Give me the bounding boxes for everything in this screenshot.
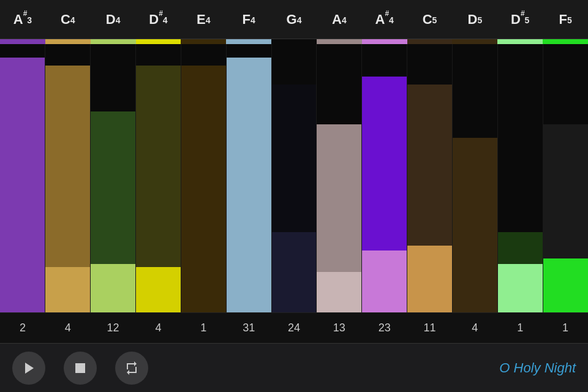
bar-segment-a4s-0	[362, 77, 407, 251]
bar-segment-f5-0	[543, 124, 588, 258]
note-sharp: #	[23, 9, 28, 18]
note-octave: 4	[389, 15, 394, 25]
bar-segment-f5-1	[543, 258, 588, 312]
count-cell-d5: 4	[452, 322, 497, 334]
strip-cell-c5	[407, 39, 453, 44]
bar-segment-d4s-1	[136, 267, 181, 312]
color-strip	[0, 39, 588, 44]
note-cell-d4: D4	[91, 0, 136, 39]
app: A#3C4D4D#4E4F4G4A4A#4C5D5D#5F5 241241312…	[0, 0, 588, 392]
bar-column-d5	[453, 44, 498, 312]
count-cell-a4: 13	[317, 322, 362, 334]
bar-column-g4	[272, 44, 317, 312]
bar-segment-g4-0	[272, 85, 317, 232]
note-octave: 5	[477, 15, 482, 25]
count-cell-g4: 24	[271, 322, 317, 334]
note-label-d4s: D#4	[149, 12, 167, 28]
note-label-d5: D5	[468, 12, 483, 28]
bar-segment-d4-0	[91, 111, 135, 265]
note-label-d4: D4	[106, 12, 121, 28]
bar-column-a4	[317, 44, 362, 312]
note-letter: A	[332, 12, 342, 28]
note-label-c4: C4	[61, 12, 75, 28]
note-cell-f4: F4	[226, 0, 271, 39]
note-letter: C	[61, 12, 70, 28]
note-label-d5s: D#5	[511, 12, 529, 28]
note-octave: 4	[342, 15, 347, 25]
bar-segment-a4s-1	[362, 251, 407, 312]
bar-segment-a3-0	[0, 58, 45, 312]
count-cell-f5: 1	[543, 322, 588, 334]
bar-segment-d5s-1	[498, 264, 543, 312]
play-button[interactable]	[12, 352, 45, 385]
bar-segment-d4s-0	[136, 66, 181, 267]
note-sharp: #	[521, 9, 525, 18]
note-cell-d5: D5	[452, 0, 497, 39]
note-sharp: #	[159, 9, 163, 18]
note-letter: D	[511, 12, 521, 28]
strip-cell-f5	[543, 39, 588, 44]
bar-segment-a4-1	[317, 272, 361, 312]
note-sharp: #	[385, 9, 389, 18]
bar-segment-f4-0	[227, 58, 271, 312]
strip-cell-c4	[45, 39, 91, 44]
chart-area	[0, 44, 588, 312]
note-cell-a4: A4	[317, 0, 362, 39]
song-title: O Holy Night	[499, 360, 576, 376]
svg-marker-0	[25, 363, 34, 374]
note-label-a4s: A#4	[375, 12, 393, 28]
note-letter: F	[559, 12, 567, 28]
note-cell-d4s: D#4	[136, 0, 181, 39]
bar-segment-d5-0	[453, 138, 497, 312]
playback-controls	[12, 352, 148, 385]
note-label-a4: A4	[332, 12, 347, 28]
strip-cell-a4	[317, 39, 362, 44]
bar-column-d4s	[136, 44, 181, 312]
note-label-f4: F4	[243, 12, 255, 28]
count-cell-c5: 11	[407, 322, 453, 334]
bar-column-f4	[227, 44, 272, 312]
note-letter: A	[13, 12, 23, 28]
bar-segment-e4-0	[181, 66, 226, 312]
note-letter: D	[106, 12, 116, 28]
count-cell-d4s: 4	[136, 322, 181, 334]
count-cell-a3: 2	[0, 322, 45, 334]
note-label-f5: F5	[559, 12, 571, 28]
bar-column-f5	[543, 44, 588, 312]
strip-cell-d5s	[497, 39, 543, 44]
bar-column-c4	[45, 44, 91, 312]
note-letter: A	[375, 12, 385, 28]
count-cell-d4: 12	[91, 322, 136, 334]
note-octave: 4	[163, 15, 168, 25]
note-letter: C	[423, 12, 432, 28]
count-cell-a4s: 23	[362, 322, 407, 334]
bar-segment-g4-1	[272, 232, 317, 312]
bar-column-a4s	[362, 44, 407, 312]
note-octave: 5	[567, 15, 572, 25]
bar-column-c5	[407, 44, 453, 312]
controls-bar: O Holy Night	[0, 343, 588, 392]
note-label-e4: E4	[197, 12, 210, 28]
note-cell-c5: C5	[407, 0, 453, 39]
note-letter: D	[149, 12, 159, 28]
note-octave: 4	[251, 15, 255, 25]
note-octave: 5	[525, 15, 530, 25]
bar-segment-c5-1	[407, 246, 452, 313]
repeat-button[interactable]	[115, 352, 148, 385]
count-cell-f4: 31	[226, 322, 271, 334]
bar-column-e4	[181, 44, 227, 312]
note-letter: D	[468, 12, 478, 28]
strip-cell-d4s	[136, 39, 181, 44]
note-cell-g4: G4	[271, 0, 317, 39]
note-octave: 3	[27, 15, 32, 25]
bar-column-d5s	[498, 44, 543, 312]
note-label-g4: G4	[287, 12, 302, 28]
stop-button[interactable]	[64, 352, 97, 385]
note-cell-d5s: D#5	[497, 0, 543, 39]
note-cell-c4: C4	[45, 0, 91, 39]
note-letter: G	[287, 12, 297, 28]
note-cell-a4s: A#4	[362, 0, 407, 39]
note-letter: F	[243, 12, 251, 28]
bar-segment-c5-0	[407, 85, 452, 246]
strip-cell-d4	[91, 39, 136, 44]
